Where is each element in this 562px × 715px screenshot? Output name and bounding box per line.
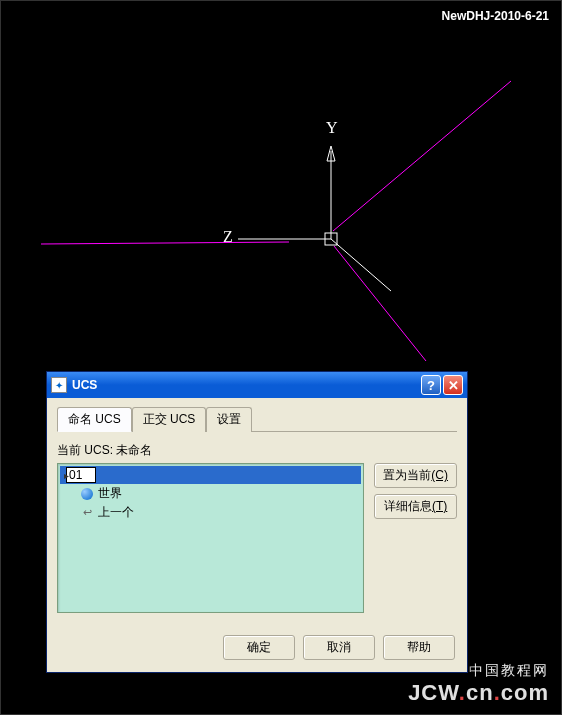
dialog-body: 命名 UCS 正交 UCS 设置 当前 UCS: 未命名 ▸ 世界 ↩ 上一个 [47,398,467,625]
titlebar[interactable]: ✦ UCS ? ✕ [47,372,467,398]
watermark-top: NewDHJ-2010-6-21 [442,9,549,23]
watermark-url: JCW.cn.com [408,680,549,706]
current-ucs-label: 当前 UCS: 未命名 [57,442,457,459]
axis-z-label: Z [223,228,233,246]
app-icon: ✦ [51,377,67,393]
close-icon[interactable]: ✕ [443,375,463,395]
svg-line-0 [41,242,289,244]
help-button[interactable]: 帮助 [383,635,455,660]
help-icon[interactable]: ? [421,375,441,395]
expand-icon[interactable]: ▸ [64,470,74,480]
side-button-group: 置为当前(C) 详细信息(T) [374,463,457,613]
axis-y-label: Y [326,119,338,137]
set-current-button[interactable]: 置为当前(C) [374,463,457,488]
tab-strip: 命名 UCS 正交 UCS 设置 [57,406,457,432]
dialog-title: UCS [72,378,419,392]
current-ucs-value: 未命名 [116,443,152,457]
svg-line-6 [331,239,391,291]
cancel-button[interactable]: 取消 [303,635,375,660]
tree-item-label: 上一个 [98,504,134,521]
ucs-dialog: ✦ UCS ? ✕ 命名 UCS 正交 UCS 设置 当前 UCS: 未命名 ▸… [46,371,468,673]
tab-named-ucs[interactable]: 命名 UCS [57,407,132,432]
tree-item-editing[interactable]: ▸ [60,466,361,484]
tree-item-world[interactable]: 世界 [60,484,361,503]
globe-icon [80,487,94,501]
tree-item-label: 世界 [98,485,122,502]
tab-settings[interactable]: 设置 [206,407,252,432]
svg-line-1 [333,81,511,231]
ucs-tree[interactable]: ▸ 世界 ↩ 上一个 [57,463,364,613]
details-button[interactable]: 详细信息(T) [374,494,457,519]
previous-icon: ↩ [80,506,94,520]
tree-item-previous[interactable]: ↩ 上一个 [60,503,361,522]
dialog-button-row: 确定 取消 帮助 [47,625,467,672]
svg-line-2 [334,246,426,361]
ok-button[interactable]: 确定 [223,635,295,660]
tab-ortho-ucs[interactable]: 正交 UCS [132,407,207,432]
